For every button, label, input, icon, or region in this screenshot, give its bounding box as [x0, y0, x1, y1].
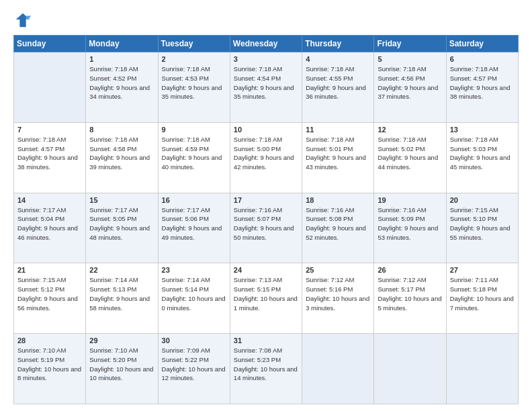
calendar-cell: 21Sunrise: 7:15 AMSunset: 5:12 PMDayligh… [14, 263, 86, 334]
calendar-cell: 9Sunrise: 7:18 AMSunset: 4:59 PMDaylight… [158, 122, 230, 193]
day-number: 28 [17, 336, 82, 345]
day-info: Sunrise: 7:18 AMSunset: 4:59 PMDaylight:… [162, 135, 226, 172]
calendar-cell: 1Sunrise: 7:18 AMSunset: 4:52 PMDaylight… [86, 52, 158, 123]
calendar-week-row: 1Sunrise: 7:18 AMSunset: 4:52 PMDaylight… [14, 52, 519, 123]
day-number: 6 [450, 55, 515, 63]
day-info: Sunrise: 7:18 AMSunset: 5:02 PMDaylight:… [378, 135, 442, 172]
day-info: Sunrise: 7:17 AMSunset: 5:05 PMDaylight:… [89, 205, 154, 242]
calendar-cell: 19Sunrise: 7:16 AMSunset: 5:09 PMDayligh… [374, 193, 446, 263]
calendar-week-row: 7Sunrise: 7:18 AMSunset: 4:57 PMDaylight… [14, 122, 519, 193]
header [13, 11, 519, 30]
calendar-cell: 28Sunrise: 7:10 AMSunset: 5:19 PMDayligh… [14, 334, 86, 404]
day-info: Sunrise: 7:16 AMSunset: 5:07 PMDaylight:… [234, 205, 298, 242]
day-number: 25 [306, 266, 370, 274]
day-number: 20 [450, 196, 515, 204]
calendar-cell: 11Sunrise: 7:18 AMSunset: 5:01 PMDayligh… [302, 122, 374, 193]
day-number: 9 [162, 126, 226, 134]
day-info: Sunrise: 7:11 AMSunset: 5:18 PMDaylight:… [450, 275, 515, 312]
calendar-cell [374, 334, 446, 404]
day-number: 3 [234, 55, 298, 63]
day-number: 13 [450, 126, 515, 134]
day-info: Sunrise: 7:18 AMSunset: 4:57 PMDaylight:… [17, 135, 82, 172]
calendar-cell: 10Sunrise: 7:18 AMSunset: 5:00 PMDayligh… [230, 122, 302, 193]
day-number: 14 [17, 196, 82, 204]
day-info: Sunrise: 7:16 AMSunset: 5:09 PMDaylight:… [378, 205, 442, 242]
day-number: 31 [234, 336, 298, 345]
day-info: Sunrise: 7:17 AMSunset: 5:04 PMDaylight:… [17, 205, 82, 242]
calendar-cell: 23Sunrise: 7:14 AMSunset: 5:14 PMDayligh… [158, 263, 230, 334]
day-number: 8 [89, 126, 154, 134]
calendar-cell: 16Sunrise: 7:17 AMSunset: 5:06 PMDayligh… [158, 193, 230, 263]
day-number: 18 [306, 196, 370, 204]
day-info: Sunrise: 7:10 AMSunset: 5:20 PMDaylight:… [89, 346, 154, 383]
weekday-header-row: SundayMondayTuesdayWednesdayThursdayFrid… [14, 36, 519, 52]
day-number: 21 [17, 266, 82, 274]
day-number: 11 [306, 126, 370, 134]
day-number: 22 [89, 266, 154, 274]
weekday-header-tuesday: Tuesday [158, 36, 230, 52]
calendar-cell: 8Sunrise: 7:18 AMSunset: 4:58 PMDaylight… [86, 122, 158, 193]
day-number: 27 [450, 266, 515, 274]
day-number: 2 [162, 55, 226, 63]
day-info: Sunrise: 7:18 AMSunset: 4:52 PMDaylight:… [89, 64, 154, 101]
day-number: 4 [306, 55, 370, 63]
day-info: Sunrise: 7:16 AMSunset: 5:08 PMDaylight:… [306, 205, 370, 242]
calendar-cell: 18Sunrise: 7:16 AMSunset: 5:08 PMDayligh… [302, 193, 374, 263]
calendar-cell [446, 334, 518, 404]
day-number: 15 [89, 196, 154, 204]
day-info: Sunrise: 7:18 AMSunset: 4:53 PMDaylight:… [162, 64, 226, 101]
day-info: Sunrise: 7:18 AMSunset: 4:54 PMDaylight:… [234, 64, 298, 101]
svg-marker-1 [26, 15, 31, 19]
day-info: Sunrise: 7:15 AMSunset: 5:12 PMDaylight:… [17, 275, 82, 312]
calendar-cell: 29Sunrise: 7:10 AMSunset: 5:20 PMDayligh… [86, 334, 158, 404]
calendar-cell: 13Sunrise: 7:18 AMSunset: 5:03 PMDayligh… [446, 122, 518, 193]
calendar-cell: 14Sunrise: 7:17 AMSunset: 5:04 PMDayligh… [14, 193, 86, 263]
day-info: Sunrise: 7:18 AMSunset: 4:55 PMDaylight:… [306, 64, 370, 101]
day-info: Sunrise: 7:12 AMSunset: 5:17 PMDaylight:… [378, 275, 442, 312]
logo [13, 11, 35, 30]
day-info: Sunrise: 7:08 AMSunset: 5:23 PMDaylight:… [234, 346, 298, 383]
page: SundayMondayTuesdayWednesdayThursdayFrid… [0, 0, 532, 411]
weekday-header-thursday: Thursday [302, 36, 374, 52]
calendar-cell [14, 52, 86, 123]
day-number: 26 [378, 266, 442, 274]
calendar-cell: 27Sunrise: 7:11 AMSunset: 5:18 PMDayligh… [446, 263, 518, 334]
calendar-cell: 3Sunrise: 7:18 AMSunset: 4:54 PMDaylight… [230, 52, 302, 123]
calendar-cell: 4Sunrise: 7:18 AMSunset: 4:55 PMDaylight… [302, 52, 374, 123]
day-info: Sunrise: 7:18 AMSunset: 4:57 PMDaylight:… [450, 64, 515, 101]
day-info: Sunrise: 7:12 AMSunset: 5:16 PMDaylight:… [306, 275, 370, 312]
weekday-header-monday: Monday [86, 36, 158, 52]
day-number: 23 [162, 266, 226, 274]
calendar-week-row: 28Sunrise: 7:10 AMSunset: 5:19 PMDayligh… [14, 334, 519, 404]
logo-icon [13, 11, 32, 30]
calendar-table: SundayMondayTuesdayWednesdayThursdayFrid… [13, 35, 519, 404]
day-info: Sunrise: 7:18 AMSunset: 5:03 PMDaylight:… [450, 135, 515, 172]
calendar-cell: 6Sunrise: 7:18 AMSunset: 4:57 PMDaylight… [446, 52, 518, 123]
calendar-cell: 30Sunrise: 7:09 AMSunset: 5:22 PMDayligh… [158, 334, 230, 404]
calendar-cell: 7Sunrise: 7:18 AMSunset: 4:57 PMDaylight… [14, 122, 86, 193]
day-number: 10 [234, 126, 298, 134]
calendar-cell: 5Sunrise: 7:18 AMSunset: 4:56 PMDaylight… [374, 52, 446, 123]
weekday-header-sunday: Sunday [14, 36, 86, 52]
day-number: 19 [378, 196, 442, 204]
calendar-cell: 2Sunrise: 7:18 AMSunset: 4:53 PMDaylight… [158, 52, 230, 123]
day-info: Sunrise: 7:14 AMSunset: 5:13 PMDaylight:… [89, 275, 154, 312]
day-number: 12 [378, 126, 442, 134]
day-info: Sunrise: 7:18 AMSunset: 4:58 PMDaylight:… [89, 135, 154, 172]
calendar-cell: 22Sunrise: 7:14 AMSunset: 5:13 PMDayligh… [86, 263, 158, 334]
day-number: 5 [378, 55, 442, 63]
weekday-header-wednesday: Wednesday [230, 36, 302, 52]
day-info: Sunrise: 7:18 AMSunset: 4:56 PMDaylight:… [378, 64, 442, 101]
day-number: 7 [17, 126, 82, 134]
calendar-cell: 25Sunrise: 7:12 AMSunset: 5:16 PMDayligh… [302, 263, 374, 334]
day-info: Sunrise: 7:13 AMSunset: 5:15 PMDaylight:… [234, 275, 298, 312]
day-number: 24 [234, 266, 298, 274]
calendar-cell: 12Sunrise: 7:18 AMSunset: 5:02 PMDayligh… [374, 122, 446, 193]
day-info: Sunrise: 7:09 AMSunset: 5:22 PMDaylight:… [162, 346, 226, 383]
calendar-cell [302, 334, 374, 404]
calendar-week-row: 21Sunrise: 7:15 AMSunset: 5:12 PMDayligh… [14, 263, 519, 334]
weekday-header-saturday: Saturday [446, 36, 518, 52]
day-info: Sunrise: 7:17 AMSunset: 5:06 PMDaylight:… [162, 205, 226, 242]
day-number: 30 [162, 336, 226, 345]
day-number: 16 [162, 196, 226, 204]
